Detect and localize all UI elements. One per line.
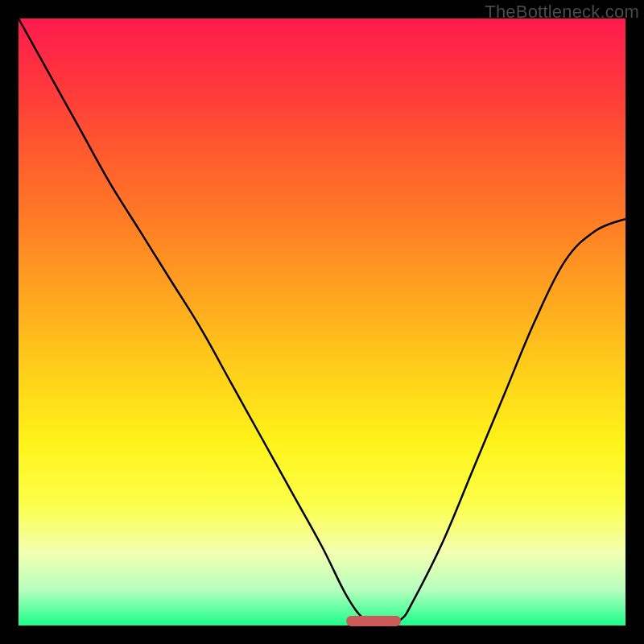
optimal-zone-marker xyxy=(346,616,401,626)
curve-group xyxy=(19,19,625,625)
chart-overlay-svg xyxy=(0,0,644,644)
chart-frame: TheBottleneck.com xyxy=(0,0,644,644)
bottleneck-curve xyxy=(19,19,625,625)
